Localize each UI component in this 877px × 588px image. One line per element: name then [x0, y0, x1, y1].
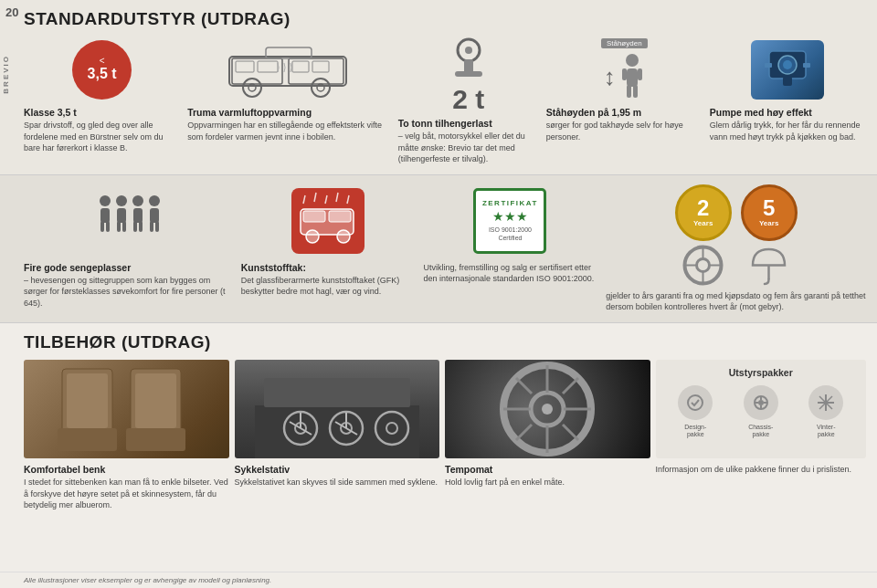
sengeplasser-item: Fire gode sengeplasser – hevesengen og s… — [24, 184, 232, 313]
tonn-title: To tonn tilhengerlast — [398, 118, 539, 129]
svg-rect-25 — [783, 77, 792, 86]
stahoyden-text: sørger for god takhøyde selv for høye pe… — [546, 120, 703, 142]
svg-rect-41 — [150, 208, 159, 223]
svg-rect-45 — [303, 211, 325, 222]
svg-point-92 — [758, 400, 764, 405]
caravan-rain-icon — [291, 188, 365, 254]
svg-rect-43 — [155, 221, 159, 232]
middle-section: Fire gode sengeplasser – hevesengen og s… — [0, 174, 877, 322]
stahoyden-title: Ståhøyden på 1,95 m — [546, 107, 703, 118]
svg-point-55 — [697, 258, 710, 271]
svg-point-40 — [149, 195, 160, 206]
sertifikat-item: ZERTIFIKAT ★★★ ISO 9001:2000Certified Ut… — [424, 184, 597, 313]
utstyrspakker-label: Utstyrspakker — [663, 367, 860, 378]
truma-title: Truma varmluftoppvarming — [187, 107, 391, 118]
svg-point-36 — [132, 195, 143, 206]
svg-line-53 — [347, 195, 349, 204]
svg-point-32 — [116, 195, 127, 206]
svg-rect-21 — [638, 68, 642, 80]
svg-rect-19 — [633, 85, 638, 98]
footer-note: Alle illustrasjoner viser eksempler og e… — [0, 572, 877, 588]
svg-point-7 — [243, 79, 261, 97]
svg-rect-46 — [329, 211, 351, 222]
zertifikat-icon: ZERTIFIKAT ★★★ ISO 9001:2000Certified — [473, 188, 546, 254]
svg-rect-66 — [126, 428, 185, 451]
svg-rect-31 — [106, 221, 110, 232]
svg-rect-13 — [464, 59, 473, 73]
svg-line-89 — [516, 425, 532, 440]
svg-point-15 — [465, 47, 472, 54]
svg-line-88 — [563, 378, 578, 394]
kunststoff-item: Kunststofftak: Det glassfiberarmerte kun… — [241, 184, 415, 313]
tempomat-item: Tempomat Hold lovlig fart på en enkel må… — [445, 360, 656, 511]
svg-rect-18 — [627, 85, 631, 98]
truma-item: Truma varmluftoppvarming Oppvarmingen ha… — [187, 37, 391, 165]
pumpe-title: Pumpe med høy effekt — [710, 107, 866, 118]
svg-rect-17 — [627, 68, 638, 87]
svg-rect-65 — [135, 373, 176, 428]
svg-rect-26 — [765, 63, 772, 68]
svg-point-9 — [312, 79, 330, 97]
svg-point-90 — [688, 395, 703, 410]
kunststoff-title: Kunststofftak: — [241, 262, 415, 273]
page-number: 20 — [5, 5, 18, 19]
svg-rect-4 — [258, 61, 278, 72]
umbrella-icon — [748, 245, 789, 286]
klasse-icon: < 3,5 t — [72, 40, 132, 100]
utstyrspakker-text: Informasjon om de ulike pakkene finner d… — [656, 464, 867, 476]
seat-image — [24, 360, 229, 458]
stahoyden-label-badge: Ståhøyden — [601, 38, 648, 48]
svg-line-87 — [563, 425, 578, 440]
svg-rect-14 — [455, 71, 482, 77]
bottom-section-title: TILBEHØR (UTDRAG) — [24, 332, 866, 352]
svg-rect-33 — [117, 208, 126, 223]
benk-text: I stedet for sittebenken kan man få to e… — [24, 477, 229, 511]
svg-rect-5 — [292, 61, 309, 72]
tonn-badge: 2 t — [452, 86, 484, 113]
svg-rect-35 — [122, 221, 126, 232]
benk-title: Komfortabel benk — [24, 464, 229, 475]
sykkel-text: Sykkelstativet kan skyves til side samme… — [235, 477, 440, 488]
top-section-title: STANDARDUTSTYR (UTDRAG) — [24, 9, 866, 29]
top-section: STANDARDUTSTYR (UTDRAG) < 3,5 t Klasse 3… — [0, 0, 877, 174]
truma-text: Oppvarmingen har en stillegående og effe… — [187, 120, 391, 142]
wheel-2-icon — [682, 245, 724, 286]
svg-rect-30 — [100, 221, 104, 232]
design-pakke: Design-pakke — [678, 385, 713, 439]
chassis-pakke: Chassis-pakke — [744, 385, 778, 439]
svg-line-86 — [516, 378, 532, 394]
svg-rect-27 — [803, 63, 810, 68]
svg-rect-63 — [58, 428, 117, 451]
years-2-badge: 2 Years — [675, 184, 732, 241]
stahoyden-item: Ståhøyden ↕ Ståhøyde — [546, 37, 703, 165]
svg-rect-37 — [133, 208, 143, 223]
svg-rect-62 — [67, 373, 108, 428]
tonn-text: – velg båt, motorsykkel eller det du måt… — [398, 131, 539, 165]
wheel-image — [445, 360, 650, 458]
years-5-badge: 5 Years — [741, 184, 798, 241]
sengeplasser-title: Fire gode sengeplasser — [24, 262, 232, 273]
svg-line-49 — [303, 195, 305, 204]
vinter-pakke: Vinter-pakke — [808, 385, 843, 439]
benk-item: Komfortabel benk I stedet for sittebenke… — [24, 360, 235, 511]
sertifikat-text: Utvikling, fremstilling og salg er serti… — [424, 262, 597, 285]
svg-rect-6 — [312, 61, 329, 72]
svg-point-101 — [824, 401, 828, 404]
svg-rect-34 — [117, 221, 121, 232]
pumpe-item: Pumpe med høy effekt Glem dårlig trykk, … — [710, 37, 866, 165]
brevo-label: BREVIO — [2, 55, 10, 94]
tempomat-text: Hold lovlig fart på en enkel måte. — [445, 477, 650, 488]
svg-point-81 — [542, 404, 553, 415]
kunststoff-text: Det glassfiberarmerte kunststofftaket (G… — [241, 275, 415, 298]
svg-point-16 — [626, 54, 639, 67]
svg-point-28 — [100, 195, 111, 206]
person-icon — [619, 53, 645, 100]
svg-point-47 — [306, 230, 319, 243]
utstyrspakker-item: Utstyrspakker Design-pakke — [656, 360, 867, 511]
svg-point-48 — [337, 230, 350, 243]
bottom-section: TILBEHØR (UTDRAG) — [0, 322, 877, 572]
tempomat-title: Tempomat — [445, 464, 650, 475]
svg-rect-38 — [133, 221, 137, 232]
garanti-item: 2 Years — [606, 184, 866, 313]
tonn-item: 2 t To tonn tilhengerlast – velg båt, mo… — [398, 37, 539, 165]
